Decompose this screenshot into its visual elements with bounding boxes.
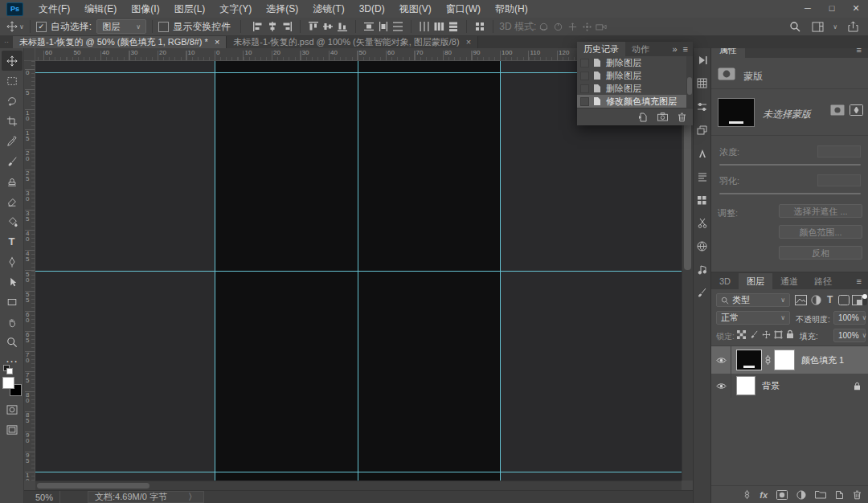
new-snapshot-camera-icon[interactable] [657, 112, 668, 121]
dock-panel-icon-layers2[interactable] [694, 118, 710, 141]
feather-value-field[interactable] [817, 174, 861, 186]
mask-thumbnail[interactable] [718, 98, 755, 127]
tab-history[interactable]: 历史记录 [577, 42, 625, 56]
history-source-well[interactable] [580, 97, 589, 106]
blend-mode-dropdown[interactable]: 正常 ∨ [716, 311, 790, 325]
background-layer-thumbnail[interactable] [736, 376, 755, 395]
new-layer-icon[interactable] [835, 490, 844, 500]
menu-select[interactable]: 选择(S) [259, 0, 305, 18]
select-and-mask-button[interactable]: 选择并遮住 ... [779, 204, 862, 218]
zoom-level-field[interactable]: 50% [24, 491, 60, 503]
horizontal-scrollbar-thumb[interactable] [37, 483, 149, 489]
align-horizontal-centers-icon[interactable] [265, 19, 280, 34]
foreground-color-chip[interactable] [2, 377, 14, 389]
horizontal-scrollbar[interactable] [35, 481, 682, 490]
opacity-dropdown[interactable]: 100% ∨ [833, 311, 866, 325]
distribute-bottom-edges-icon[interactable] [391, 19, 405, 34]
panel-menu-icon[interactable]: ≡ [683, 44, 688, 54]
distribute-top-edges-icon[interactable] [362, 19, 376, 34]
share-icon[interactable] [845, 19, 860, 34]
tab-actions[interactable]: 动作 [625, 42, 656, 56]
delete-state-trash-icon[interactable] [678, 112, 686, 122]
menu-help[interactable]: 帮助(H) [488, 0, 535, 18]
new-document-from-state-icon[interactable] [638, 112, 648, 122]
tool-clone-stamp[interactable] [2, 171, 23, 191]
minimize-button[interactable]: ─ [796, 0, 820, 18]
expand-panel-icon[interactable]: » [672, 44, 677, 54]
document-size-info[interactable]: 文档:4.69M/0 字节 〉 [88, 491, 204, 503]
menu-view[interactable]: 视图(V) [392, 0, 439, 18]
document-tab-active[interactable]: 未标题-1-恢复的 @ 50% (颜色填充 1, RGB/8#) * × [13, 35, 227, 48]
layer-row-background[interactable]: 背景 [711, 374, 868, 398]
history-step[interactable]: 删除图层 [577, 82, 693, 95]
link-layers-icon[interactable] [743, 489, 751, 500]
history-source-well[interactable] [580, 72, 589, 80]
mask-link-chain-icon[interactable] [764, 354, 772, 366]
workspace-switcher-icon[interactable] [810, 19, 825, 34]
filter-toggle-switch[interactable] [862, 294, 867, 305]
close-tab-icon[interactable]: × [215, 37, 219, 47]
layer-visibility-cell[interactable] [711, 346, 731, 374]
invert-button[interactable]: 反相 [779, 246, 862, 260]
fill-layer-thumbnail[interactable] [736, 350, 762, 370]
filter-shape-layers-icon[interactable] [838, 295, 850, 305]
delete-layer-trash-icon[interactable] [853, 490, 862, 500]
close-button[interactable]: ✕ [844, 0, 868, 18]
distribute-spacing-icon[interactable] [473, 19, 487, 34]
maximize-button[interactable]: □ [820, 0, 844, 18]
filter-smart-object-icon[interactable] [852, 295, 862, 305]
dock-panel-icon-paragraph[interactable] [694, 165, 710, 188]
close-tab-icon[interactable]: × [466, 37, 471, 47]
dock-panel-icon-scissors[interactable] [694, 211, 710, 235]
dock-panel-icon-char[interactable] [694, 141, 710, 165]
add-layer-mask-icon[interactable] [776, 490, 788, 500]
vertical-ruler[interactable]: 051 01 52 02 53 03 54 04 55 05 56 06 57 … [24, 61, 35, 481]
layer-filter-dropdown[interactable]: 类型 ∨ [716, 293, 790, 307]
filter-adjustment-layers-icon[interactable] [811, 295, 821, 305]
tool-crop[interactable] [2, 111, 23, 131]
edit-toolbar-ellipsis-icon[interactable]: … [2, 352, 23, 365]
new-group-folder-icon[interactable] [815, 490, 826, 499]
history-step[interactable]: 删除图层 [577, 69, 693, 82]
layer-row-color-fill[interactable]: 颜色填充 1 [711, 346, 868, 374]
dock-panel-icon-globe[interactable] [694, 235, 710, 258]
tab-overflow-grip[interactable]: ·· [0, 35, 13, 48]
vector-mask-button[interactable] [850, 104, 863, 116]
filter-type-layers-icon[interactable]: T [827, 294, 833, 305]
default-colors-icon[interactable] [3, 365, 13, 374]
menu-3d[interactable]: 3D(D) [352, 0, 392, 18]
lock-all-icon[interactable] [786, 329, 794, 339]
tool-pen[interactable] [2, 251, 23, 272]
menu-file[interactable]: 文件(F) [31, 0, 77, 18]
status-chevron-icon[interactable]: 〉 [188, 491, 197, 503]
feather-slider[interactable] [719, 193, 861, 194]
dock-panel-icon-brushes[interactable] [694, 281, 710, 305]
tab-3d[interactable]: 3D [711, 273, 739, 289]
align-left-edges-icon[interactable] [251, 19, 265, 34]
foreground-background-color-chips[interactable] [2, 377, 22, 396]
distribute-vertical-centers-icon[interactable] [376, 19, 391, 34]
lock-artboard-icon[interactable] [774, 330, 783, 339]
menu-edit[interactable]: 编辑(E) [77, 0, 124, 18]
dock-panel-icon-play[interactable] [694, 48, 710, 72]
layer-mask-thumbnail[interactable] [774, 350, 795, 370]
tool-rectangular-marquee[interactable] [2, 71, 23, 91]
show-transform-checkbox[interactable] [158, 22, 169, 32]
lock-transparency-icon[interactable] [737, 330, 746, 339]
color-range-button[interactable]: 颜色范围... [779, 225, 862, 239]
new-adjustment-layer-icon[interactable] [796, 490, 806, 500]
lock-pixels-brush-icon[interactable] [750, 330, 759, 339]
tool-lasso[interactable] [2, 91, 23, 111]
history-source-well[interactable] [580, 84, 589, 93]
align-right-edges-icon[interactable] [280, 19, 294, 34]
lock-position-icon[interactable] [762, 330, 771, 339]
align-top-edges-icon[interactable] [306, 19, 321, 34]
layer-name[interactable]: 背景 [762, 380, 780, 392]
tool-rectangle-shape[interactable] [2, 292, 23, 312]
history-step-current[interactable]: 修改颜色填充图层 [577, 95, 693, 108]
menu-type[interactable]: 文字(Y) [212, 0, 259, 18]
layer-name[interactable]: 颜色填充 1 [801, 354, 844, 366]
screen-mode-button[interactable] [2, 419, 23, 440]
filter-pixel-layers-icon[interactable] [795, 295, 807, 305]
distribute-left-edges-icon[interactable] [417, 19, 432, 34]
